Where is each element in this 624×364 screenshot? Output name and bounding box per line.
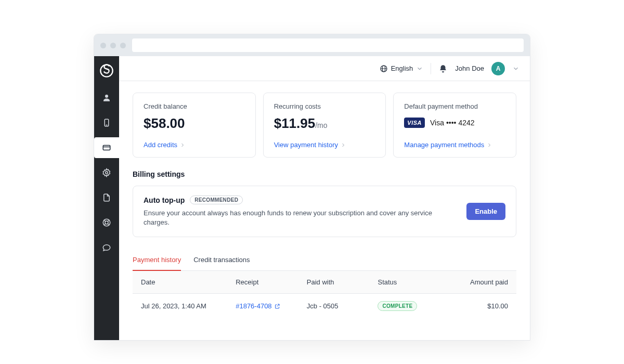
payment-method-card: Default payment method VISA Visa •••• 42… bbox=[393, 93, 516, 158]
main-area: English John Doe A Credit balance $58.00 bbox=[119, 56, 530, 340]
cell-amount: $10.00 bbox=[449, 302, 508, 310]
sidebar-item-settings[interactable] bbox=[94, 162, 119, 183]
manage-methods-link[interactable]: Manage payment methods bbox=[404, 132, 505, 149]
col-receipt: Receipt bbox=[236, 278, 307, 286]
receipt-link[interactable]: #1876-4708 bbox=[236, 302, 307, 310]
svg-line-11 bbox=[104, 224, 106, 225]
tab-payment-history[interactable]: Payment history bbox=[133, 251, 181, 271]
app-shell: English John Doe A Credit balance $58.00 bbox=[94, 56, 530, 340]
svg-rect-4 bbox=[103, 146, 110, 150]
cell-paid-with: Jcb - 0505 bbox=[307, 302, 378, 310]
cell-date: Jul 26, 2023, 1:40 AM bbox=[141, 302, 236, 310]
auto-topup-text: Auto top-up RECOMMENDED Ensure your acco… bbox=[144, 196, 456, 227]
sidebar-item-billing[interactable] bbox=[94, 137, 119, 158]
cell-status: COMPLETE bbox=[378, 301, 449, 311]
chevron-down-icon bbox=[416, 65, 423, 72]
divider bbox=[431, 63, 431, 74]
summary-cards: Credit balance $58.00 Add credits Recurr… bbox=[133, 93, 516, 158]
auto-topup-description: Ensure your account always has enough fu… bbox=[144, 209, 456, 227]
card-brand-badge: VISA bbox=[404, 118, 425, 128]
svg-line-9 bbox=[104, 220, 106, 222]
chevron-right-icon bbox=[340, 142, 346, 148]
card-label: Default payment method bbox=[404, 102, 505, 110]
col-status: Status bbox=[378, 278, 449, 286]
maximize-dot[interactable] bbox=[120, 43, 126, 48]
sidebar-item-device[interactable] bbox=[94, 112, 119, 133]
svg-point-0 bbox=[100, 64, 112, 76]
auto-topup-title: Auto top-up bbox=[144, 196, 185, 204]
chevron-down-icon[interactable] bbox=[512, 65, 519, 72]
topbar: English John Doe A bbox=[119, 56, 530, 81]
external-link-icon bbox=[274, 303, 280, 309]
add-credits-link[interactable]: Add credits bbox=[144, 132, 245, 149]
enable-button[interactable]: Enable bbox=[466, 203, 505, 220]
payment-history-table: Date Receipt Paid with Status Amount pai… bbox=[133, 271, 516, 318]
browser-url-bar[interactable] bbox=[132, 38, 524, 52]
language-label: English bbox=[391, 64, 413, 72]
table-row: Jul 26, 2023, 1:40 AM #1876-4708 Jcb - 0… bbox=[133, 294, 516, 318]
language-selector[interactable]: English bbox=[380, 64, 424, 73]
tab-credit-transactions[interactable]: Credit transactions bbox=[193, 251, 250, 271]
lifebuoy-icon bbox=[102, 218, 111, 227]
notifications-button[interactable] bbox=[438, 64, 448, 73]
svg-line-10 bbox=[108, 224, 109, 225]
chat-icon bbox=[102, 243, 111, 252]
svg-line-12 bbox=[108, 220, 109, 222]
history-tabs: Payment history Credit transactions bbox=[133, 251, 516, 271]
svg-point-6 bbox=[106, 172, 108, 174]
sidebar-item-chat[interactable] bbox=[94, 237, 119, 258]
content: Credit balance $58.00 Add credits Recurr… bbox=[119, 81, 530, 340]
recommended-badge: RECOMMENDED bbox=[190, 196, 243, 204]
col-amount: Amount paid bbox=[449, 278, 508, 286]
window-controls[interactable] bbox=[100, 43, 126, 48]
browser-titlebar bbox=[94, 34, 530, 56]
card-value: $11.95/mo bbox=[274, 115, 375, 132]
auto-topup-card: Auto top-up RECOMMENDED Ensure your acco… bbox=[133, 186, 516, 237]
globe-icon bbox=[380, 64, 388, 73]
phone-icon bbox=[102, 118, 111, 127]
view-history-link[interactable]: View payment history bbox=[274, 132, 375, 149]
amount: $11.95 bbox=[274, 115, 316, 131]
credit-balance-card: Credit balance $58.00 Add credits bbox=[133, 93, 256, 158]
status-badge: COMPLETE bbox=[378, 301, 417, 311]
recurring-costs-card: Recurring costs $11.95/mo View payment h… bbox=[263, 93, 386, 158]
table-header: Date Receipt Paid with Status Amount pai… bbox=[133, 271, 516, 294]
payment-method-row: VISA Visa •••• 4242 bbox=[404, 118, 505, 128]
link-text: View payment history bbox=[274, 141, 338, 149]
gear-icon bbox=[102, 168, 111, 177]
bell-icon bbox=[438, 64, 448, 73]
link-text: Manage payment methods bbox=[404, 141, 484, 149]
card-label: Recurring costs bbox=[274, 102, 375, 110]
user-icon bbox=[102, 93, 111, 102]
sidebar-item-account[interactable] bbox=[94, 87, 119, 108]
svg-point-8 bbox=[105, 221, 108, 224]
card-value: $58.00 bbox=[144, 115, 245, 132]
username-label: John Doe bbox=[455, 64, 484, 72]
col-paid-with: Paid with bbox=[307, 278, 378, 286]
chevron-right-icon bbox=[486, 142, 492, 148]
card-label: Credit balance bbox=[144, 102, 245, 110]
app-logo[interactable] bbox=[99, 63, 114, 78]
suffix: /mo bbox=[315, 121, 327, 129]
browser-window: English John Doe A Credit balance $58.00 bbox=[94, 34, 530, 341]
close-dot[interactable] bbox=[100, 43, 106, 48]
avatar[interactable]: A bbox=[491, 62, 505, 75]
card-text: Visa •••• 4242 bbox=[430, 119, 475, 127]
card-icon bbox=[102, 143, 111, 152]
sidebar bbox=[94, 56, 119, 340]
file-icon bbox=[102, 193, 111, 202]
link-text: Add credits bbox=[144, 141, 177, 149]
svg-point-1 bbox=[105, 95, 108, 98]
minimize-dot[interactable] bbox=[110, 43, 116, 48]
col-date: Date bbox=[141, 278, 236, 286]
sidebar-item-support[interactable] bbox=[94, 212, 119, 233]
receipt-number: #1876-4708 bbox=[236, 302, 271, 310]
chevron-right-icon bbox=[179, 142, 186, 148]
sidebar-item-files[interactable] bbox=[94, 187, 119, 208]
billing-settings-title: Billing settings bbox=[133, 170, 516, 178]
